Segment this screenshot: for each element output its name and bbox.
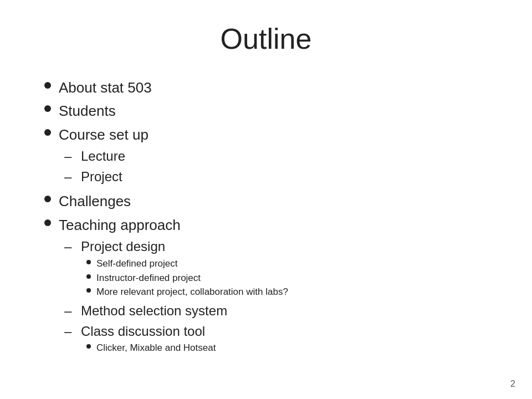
bullet-icon	[44, 82, 51, 89]
sub-list-item: – Lecture	[64, 147, 499, 166]
list-item: Challenges	[44, 191, 499, 211]
slide-content: About stat 503 Students Course set up – …	[33, 78, 499, 358]
bullet3-icon	[86, 288, 91, 293]
item-content-block: Teaching approach – Project design Self	[59, 215, 499, 358]
bullet-icon	[44, 129, 51, 136]
bullet3-icon	[86, 274, 91, 279]
slide-title: Outline	[33, 22, 499, 55]
dash-icon: –	[64, 301, 76, 320]
dash-icon: –	[64, 322, 76, 341]
item-text: About stat 503	[59, 78, 499, 98]
sub-list-item: – Project	[64, 167, 499, 186]
item-text: Students	[59, 101, 499, 121]
sub-list: – Lecture – Project	[64, 147, 499, 186]
sub-sub-item-text: Instructor-defined project	[96, 272, 201, 285]
sub-sub-list-item: More relevant project, collaboration wit…	[86, 285, 499, 299]
sub-sub-list-item: Instructor-defined project	[86, 272, 499, 285]
sub-list-item: – Project design Self-defined project	[64, 237, 499, 300]
sub-item-text: Method selection system	[81, 301, 499, 320]
sub-item-text: Lecture	[81, 147, 499, 166]
dash-icon: –	[64, 147, 76, 166]
sub-item-text: Class discussion tool	[81, 324, 205, 339]
sub-list-item: – Method selection system	[64, 301, 499, 320]
item-content-block: Course set up – Lecture – Project	[59, 125, 499, 188]
main-list: About stat 503 Students Course set up – …	[44, 78, 499, 358]
list-item: Teaching approach – Project design Self	[44, 215, 499, 358]
sub-list: – Project design Self-defined project	[64, 237, 499, 356]
sub-sub-list-item: Self-defined project	[86, 257, 499, 270]
slide: Outline About stat 503 Students Course s…	[0, 0, 532, 399]
sub-item-text: Project	[81, 167, 499, 186]
sub-item-block: Class discussion tool Clicker, Mixable a…	[81, 322, 499, 356]
item-text: Teaching approach	[59, 217, 181, 233]
sub-item-text: Project design	[81, 239, 165, 254]
dash-icon: –	[64, 237, 76, 256]
item-text: Challenges	[59, 191, 499, 211]
bullet3-icon	[86, 344, 91, 349]
sub-sub-list: Self-defined project Instructor-defined …	[86, 257, 499, 299]
dash-icon: –	[64, 167, 76, 186]
sub-sub-list-item: Clicker, Mixable and Hotseat	[86, 341, 499, 355]
sub-list-item: – Class discussion tool Clicker, Mixable…	[64, 322, 499, 356]
sub-sub-item-text: More relevant project, collaboration wit…	[96, 285, 288, 299]
bullet-icon	[44, 105, 51, 112]
page-number: 2	[510, 379, 515, 389]
list-item: Students	[44, 101, 499, 121]
sub-sub-list: Clicker, Mixable and Hotseat	[86, 341, 499, 355]
list-item: About stat 503	[44, 78, 499, 98]
list-item: Course set up – Lecture – Project	[44, 125, 499, 188]
bullet-icon	[44, 219, 51, 226]
sub-sub-item-text: Self-defined project	[96, 257, 177, 270]
sub-item-block: Project design Self-defined project Inst…	[81, 237, 499, 300]
sub-sub-item-text: Clicker, Mixable and Hotseat	[96, 341, 216, 355]
item-text: Course set up	[59, 126, 149, 143]
bullet-icon	[44, 196, 51, 202]
bullet3-icon	[86, 260, 91, 264]
